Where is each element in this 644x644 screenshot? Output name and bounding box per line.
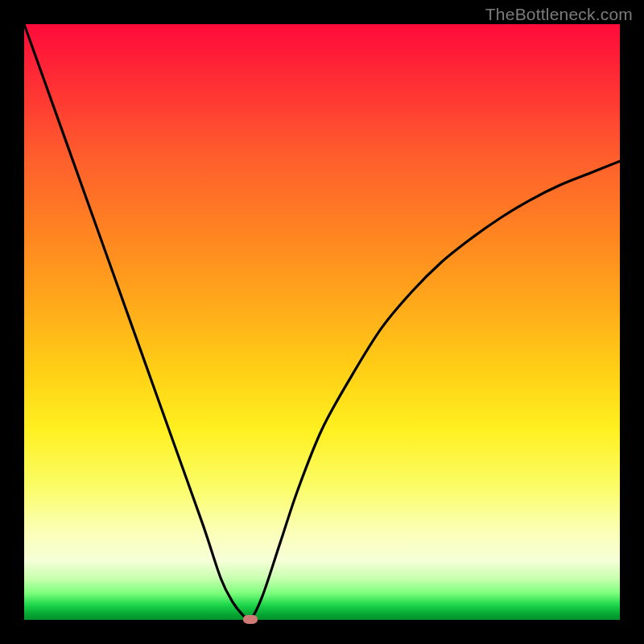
chart-frame: TheBottleneck.com [0,0,644,644]
plot-area [24,24,620,620]
watermark-text: TheBottleneck.com [485,5,633,24]
bottleneck-curve [24,24,620,620]
optimum-marker [243,615,258,624]
